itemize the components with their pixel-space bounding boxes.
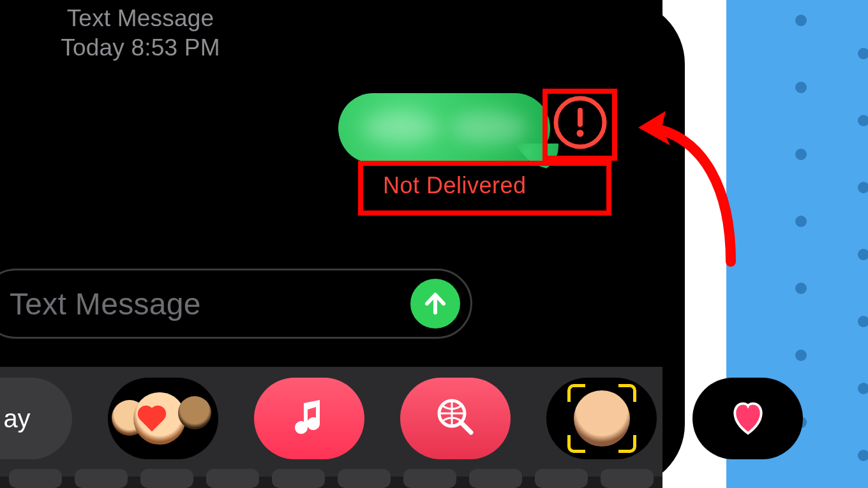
- memoji-icon: [116, 383, 211, 454]
- app-music[interactable]: [254, 378, 364, 459]
- app-pay[interactable]: ay: [0, 378, 72, 459]
- annotation-status-box: [358, 161, 611, 216]
- avatar-frame-icon: [570, 387, 634, 450]
- messages-screen: Text Message Today 8:53 PM Not Delivered: [0, 0, 662, 488]
- message-input-placeholder: Text Message: [10, 286, 201, 322]
- outgoing-message-bubble[interactable]: [338, 93, 550, 163]
- send-button[interactable]: [410, 279, 460, 329]
- music-note-icon: [287, 394, 333, 443]
- app-pay-label: ay: [3, 404, 30, 433]
- message-timestamp: Today 8:53 PM: [0, 33, 281, 63]
- conversation-header: Text Message Today 8:53 PM: [0, 4, 281, 63]
- app-images[interactable]: [400, 378, 511, 459]
- message-input[interactable]: Text Message: [0, 269, 472, 339]
- keyboard-top-row[interactable]: [0, 477, 662, 488]
- globe-search-icon: [433, 394, 479, 443]
- phone-frame: Text Message Today 8:53 PM Not Delivered: [0, 0, 685, 488]
- app-avatar[interactable]: [546, 378, 657, 459]
- app-heart[interactable]: [692, 378, 803, 459]
- app-memoji[interactable]: [108, 378, 218, 459]
- arrow-up-icon: [421, 290, 449, 318]
- message-type-label: Text Message: [0, 4, 281, 33]
- heart-icon: [726, 395, 770, 442]
- annotation-error-box: [542, 89, 617, 161]
